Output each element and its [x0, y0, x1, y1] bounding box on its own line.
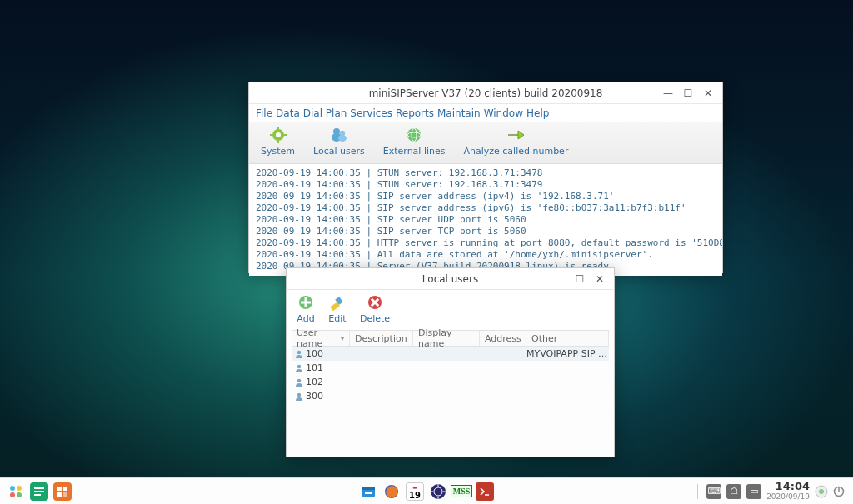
child-toolbar: AddEditDelete [287, 290, 614, 330]
taskbar-center: ▬19 MSS [359, 482, 494, 501]
svg-rect-9 [57, 492, 62, 497]
del-icon [366, 293, 384, 312]
dock-firefox-icon[interactable] [382, 482, 401, 501]
tray-app-icon[interactable] [815, 485, 828, 498]
person-icon [295, 392, 303, 401]
globe-icon [405, 126, 423, 144]
cell-username: 101 [306, 362, 323, 373]
table-row[interactable]: 101 [292, 361, 609, 375]
menu-reports[interactable]: Reports [396, 107, 434, 119]
svg-rect-6 [34, 494, 41, 496]
dock-settings-icon[interactable] [429, 482, 447, 501]
cell-username: 100 [306, 348, 323, 359]
svg-rect-8 [63, 487, 67, 491]
dock-mss-icon[interactable]: MSS [452, 482, 471, 501]
dock-calendar-icon[interactable]: ▬19 [406, 482, 424, 501]
main-title: miniSIPServer V37 (20 clients) build 202… [249, 87, 722, 99]
tray-notification-icon[interactable]: ☖ [726, 484, 741, 499]
person-icon [295, 378, 303, 387]
arrow-icon [506, 126, 525, 144]
cell-username: 102 [306, 377, 323, 387]
tray-power-icon[interactable] [833, 486, 845, 497]
toolbar-label: External lines [383, 146, 446, 157]
toolbar-delete[interactable]: Delete [360, 293, 390, 324]
svg-point-0 [10, 486, 15, 491]
col-description[interactable]: Description [350, 331, 413, 346]
cell-username: 300 [306, 391, 323, 402]
task-pinned-2[interactable] [53, 482, 72, 501]
menubar: FileDataDial PlanServicesReportsMaintain… [249, 104, 722, 122]
toolbar-label: Delete [360, 313, 390, 324]
person-icon [295, 364, 303, 372]
app-launcher-icon[interactable] [7, 482, 25, 501]
tray-separator [697, 484, 698, 499]
menu-file[interactable]: File [256, 107, 272, 119]
svg-point-1 [17, 486, 22, 491]
log-pane: 2020-09-19 14:00:35 | STUN server: 192.1… [249, 164, 722, 276]
minimize-button[interactable]: — [662, 87, 674, 99]
svg-rect-4 [34, 487, 44, 489]
child-close-button[interactable]: ✕ [594, 273, 606, 285]
svg-point-3 [17, 492, 22, 497]
gear-icon [269, 126, 287, 144]
taskbar-right: ⌨ ☖ ▭ 14:04 2020/09/19 [694, 482, 853, 502]
menu-maintain[interactable]: Maintain [437, 107, 481, 119]
svg-rect-5 [34, 491, 44, 492]
svg-point-23 [819, 489, 824, 494]
maximize-button[interactable]: ☐ [682, 87, 694, 99]
toolbar-external-lines[interactable]: External lines [383, 126, 446, 157]
toolbar-edit[interactable]: Edit [328, 293, 347, 324]
col-username[interactable]: User name▾ [292, 331, 350, 346]
toolbar-label: Add [297, 313, 314, 324]
col-address[interactable]: Address [480, 331, 526, 346]
svg-point-2 [10, 492, 15, 497]
menu-window[interactable]: Window [484, 107, 523, 119]
sort-caret-icon: ▾ [341, 335, 344, 342]
toolbar-label: Local users [313, 146, 365, 157]
main-titlebar[interactable]: miniSIPServer V37 (20 clients) build 202… [249, 82, 722, 104]
toolbar-add[interactable]: Add [297, 293, 315, 324]
table-body: 100MYVOIPAPP SIP Phone (No…101102300 [292, 347, 609, 403]
toolbar-local-users[interactable]: Local users [313, 126, 365, 157]
toolbar-system[interactable]: System [261, 126, 295, 157]
svg-rect-10 [63, 492, 67, 497]
toolbar-analyze-called-number[interactable]: Analyze called number [463, 126, 568, 157]
table-header: User name▾ Description Display name Addr… [292, 330, 609, 347]
calendar-day: 19 [409, 492, 421, 500]
taskbar-clock[interactable]: 14:04 2020/09/19 [766, 482, 810, 502]
taskbar-left [0, 482, 72, 501]
cell-other: MYVOIPAPP SIP Phone (No… [526, 348, 609, 359]
col-displayname[interactable]: Display name [413, 331, 480, 346]
main-window: miniSIPServer V37 (20 clients) build 202… [248, 82, 723, 273]
task-pinned-1[interactable] [30, 482, 48, 501]
tray-keyboard-icon[interactable]: ⌨ [706, 484, 721, 499]
menu-data[interactable]: Data [276, 107, 300, 119]
toolbar-label: Analyze called number [463, 146, 568, 157]
main-toolbar: SystemLocal usersExternal linesAnalyze c… [249, 122, 722, 164]
child-maximize-button[interactable]: ☐ [574, 273, 586, 285]
users-icon [330, 126, 348, 144]
close-button[interactable]: ✕ [702, 87, 714, 99]
clock-time: 14:04 [766, 482, 810, 492]
table-row[interactable]: 300 [292, 389, 609, 403]
toolbar-label: Edit [328, 313, 346, 324]
svg-rect-12 [362, 487, 375, 490]
table-row[interactable]: 102 [292, 375, 609, 389]
clock-date: 2020/09/19 [766, 492, 810, 502]
menu-dial-plan[interactable]: Dial Plan [303, 107, 347, 119]
menu-help[interactable]: Help [526, 107, 549, 119]
col-other[interactable]: Other [526, 331, 609, 346]
local-users-window: Local users ☐ ✕ AddEditDelete User name▾… [286, 267, 615, 457]
person-icon [295, 350, 303, 358]
dock-app-store-icon[interactable] [359, 482, 377, 501]
child-titlebar[interactable]: Local users ☐ ✕ [287, 268, 614, 290]
child-title: Local users [287, 273, 614, 285]
dock-terminal-icon[interactable] [476, 482, 494, 501]
toolbar-label: System [261, 146, 295, 157]
menu-services[interactable]: Services [350, 107, 392, 119]
svg-rect-7 [57, 487, 62, 491]
add-icon [297, 293, 315, 312]
edit-icon [328, 293, 347, 312]
taskbar: ▬19 MSS ⌨ ☖ ▭ 14:04 2020/09/19 [0, 477, 853, 504]
tray-display-icon[interactable]: ▭ [746, 484, 761, 499]
